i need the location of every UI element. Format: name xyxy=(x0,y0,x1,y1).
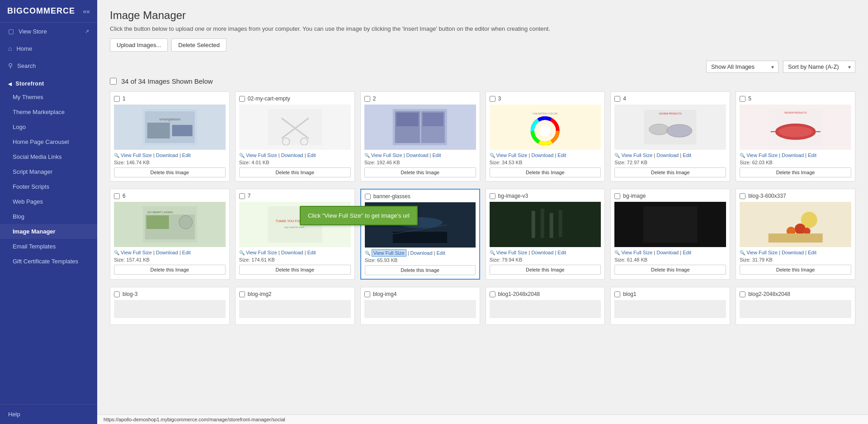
sidebar-item-my-themes[interactable]: My Themes xyxy=(0,90,97,105)
view-full-size-link-8[interactable]: View Full Size xyxy=(246,250,277,255)
sidebar-item-logo[interactable]: Logo xyxy=(0,119,97,134)
view-full-size-link-bg[interactable]: View Full Size xyxy=(621,250,652,255)
edit-link-6[interactable]: Edit xyxy=(808,152,816,158)
svg-rect-50 xyxy=(550,213,553,238)
sidebar-item-search[interactable]: ⚲ Search xyxy=(0,57,97,74)
download-link-3[interactable]: Download xyxy=(406,152,429,158)
edit-link-3[interactable]: Edit xyxy=(433,152,441,158)
download-link-5[interactable]: Download xyxy=(656,152,679,158)
sidebar-item-social-media-links[interactable]: Social Media Links xyxy=(0,149,97,164)
sidebar-item-home[interactable]: ⌂ Home xyxy=(0,40,97,57)
card-checkbox-row3-1[interactable] xyxy=(114,291,120,297)
download-link-7[interactable]: Download xyxy=(156,250,178,255)
download-link-2[interactable]: Download xyxy=(281,152,303,158)
delete-image-button-6[interactable]: Delete this Image xyxy=(740,167,851,177)
card-checkbox-8[interactable] xyxy=(239,193,245,199)
card-checkbox-banner[interactable] xyxy=(365,194,371,200)
view-full-size-link-3[interactable]: View Full Size xyxy=(371,152,402,158)
edit-link-5[interactable]: Edit xyxy=(683,152,691,158)
view-full-size-link-1[interactable]: View Full Size xyxy=(121,152,152,158)
sidebar-item-footer-scripts[interactable]: Footer Scripts xyxy=(0,179,97,194)
sidebar-item-blog[interactable]: Blog xyxy=(0,209,97,224)
upload-images-button[interactable]: Upload Images... xyxy=(110,38,168,52)
card-checkbox-3[interactable] xyxy=(364,96,370,102)
delete-image-button-4[interactable]: Delete this Image xyxy=(490,167,601,177)
card-checkbox-row3-3[interactable] xyxy=(364,291,370,297)
card-checkbox-4[interactable] xyxy=(490,96,495,102)
card-checkbox-bg-v3[interactable] xyxy=(490,193,495,199)
card-checkbox-6[interactable] xyxy=(740,96,745,102)
card-checkbox-row3-5[interactable] xyxy=(614,291,620,297)
edit-link-2[interactable]: Edit xyxy=(307,152,316,158)
edit-link-banner[interactable]: Edit xyxy=(437,250,445,256)
edit-link-8[interactable]: Edit xyxy=(307,250,316,255)
edit-link-4[interactable]: Edit xyxy=(557,152,566,158)
download-link-4[interactable]: Download xyxy=(531,152,553,158)
card-header-row3-4: blog1-2048x2048 xyxy=(490,291,601,297)
card-size-bg-v3: Size: 79.94 KB xyxy=(490,257,601,262)
edit-link-1[interactable]: Edit xyxy=(182,152,191,158)
svg-rect-3 xyxy=(147,123,170,138)
delete-image-button-bg[interactable]: Delete this Image xyxy=(614,265,726,275)
card-links-5: 🔍 View Full Size | Download | Edit xyxy=(614,152,726,158)
sidebar-item-script-manager[interactable]: Script Manager xyxy=(0,164,97,179)
download-link-bg[interactable]: Download xyxy=(656,250,679,255)
card-checkbox-row3-2[interactable] xyxy=(239,291,245,297)
show-filter-wrapper: Show All Images xyxy=(706,61,778,73)
view-full-size-link-4[interactable]: View Full Size xyxy=(496,152,528,158)
sidebar-item-image-manager[interactable]: Image Manager xyxy=(0,224,97,239)
card-checkbox-1[interactable] xyxy=(114,96,120,102)
card-checkbox-row3-4[interactable] xyxy=(490,291,495,297)
edit-link-bg[interactable]: Edit xyxy=(683,250,691,255)
download-link-bg-v3[interactable]: Download xyxy=(531,250,553,255)
delete-image-button-bg-v3[interactable]: Delete this Image xyxy=(490,265,601,275)
card-checkbox-5[interactable] xyxy=(614,96,620,102)
images-grid-row2: 6 GO SMART LASSES 🔍 xyxy=(110,189,855,280)
collapse-button[interactable]: «« xyxy=(83,8,90,15)
sidebar-item-theme-marketplace[interactable]: Theme Marketplace xyxy=(0,105,97,119)
delete-image-button-8[interactable]: Delete this Image xyxy=(239,265,351,275)
delete-image-button-3[interactable]: Delete this Image xyxy=(364,167,476,177)
sidebar-item-email-templates[interactable]: Email Templates xyxy=(0,239,97,254)
show-filter-select[interactable]: Show All Images xyxy=(706,61,778,73)
download-link-banner[interactable]: Download xyxy=(410,250,433,256)
card-checkbox-2[interactable] xyxy=(239,96,245,102)
card-checkbox-blog3[interactable] xyxy=(740,193,745,199)
sidebar-item-view-store[interactable]: ▢ View Store ↗ xyxy=(0,23,97,40)
download-link-1[interactable]: Download xyxy=(156,152,178,158)
sort-filter-select[interactable]: Sort by Name (A-Z) xyxy=(783,61,855,73)
card-checkbox-7[interactable] xyxy=(114,193,120,199)
delete-image-button-banner[interactable]: Delete this Image xyxy=(365,265,476,275)
help-button[interactable]: Help xyxy=(0,404,97,424)
edit-link-bg-v3[interactable]: Edit xyxy=(557,250,566,255)
delete-image-button-1[interactable]: Delete this Image xyxy=(114,167,226,177)
download-link-8[interactable]: Download xyxy=(281,250,303,255)
svg-rect-14 xyxy=(423,113,443,126)
select-all-checkbox[interactable] xyxy=(110,78,117,85)
download-link-6[interactable]: Download xyxy=(782,152,804,158)
view-full-size-link-6[interactable]: View Full Size xyxy=(746,152,778,158)
card-links-2: 🔍 View Full Size | Download | Edit xyxy=(239,152,351,158)
edit-link-7[interactable]: Edit xyxy=(182,250,191,255)
sidebar-item-gift-certificate-templates[interactable]: Gift Certificate Templates xyxy=(0,254,97,269)
view-full-size-link-7[interactable]: View Full Size xyxy=(121,250,152,255)
card-checkbox-row3-6[interactable] xyxy=(740,291,745,297)
download-link-blog3[interactable]: Download xyxy=(782,250,804,255)
view-full-size-link-bg-v3[interactable]: View Full Size xyxy=(496,250,528,255)
delete-image-button-blog3[interactable]: Delete this Image xyxy=(740,265,851,275)
view-full-size-link-banner[interactable]: View Full Size xyxy=(372,249,406,257)
svg-point-23 xyxy=(540,125,551,136)
view-full-size-link-5[interactable]: View Full Size xyxy=(621,152,652,158)
svg-text:smartglasses: smartglasses xyxy=(159,117,180,121)
card-name-3: 2 xyxy=(373,95,376,102)
delete-image-button-5[interactable]: Delete this Image xyxy=(614,167,726,177)
delete-selected-button[interactable]: Delete Selected xyxy=(171,38,226,52)
sidebar-item-home-page-carousel[interactable]: Home Page Carousel xyxy=(0,134,97,149)
delete-image-button-7[interactable]: Delete this Image xyxy=(114,265,226,275)
edit-link-blog3[interactable]: Edit xyxy=(808,250,816,255)
view-full-size-link-2[interactable]: View Full Size xyxy=(246,152,277,158)
delete-image-button-2[interactable]: Delete this Image xyxy=(239,167,351,177)
view-full-size-link-blog3[interactable]: View Full Size xyxy=(746,250,778,255)
sidebar-item-web-pages[interactable]: Web Pages xyxy=(0,194,97,209)
card-checkbox-bg[interactable] xyxy=(614,193,620,199)
